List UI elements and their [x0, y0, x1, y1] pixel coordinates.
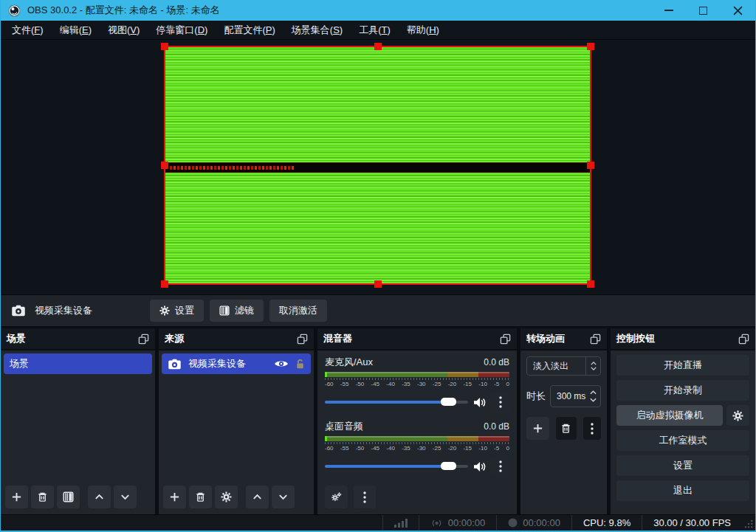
volume-slider-knob[interactable] — [441, 462, 456, 470]
menu-item-edit[interactable]: 编辑(E) — [52, 24, 100, 37]
visibility-eye-icon[interactable] — [274, 359, 289, 368]
db-tick-label: -10 — [478, 445, 487, 452]
scene-list-item[interactable]: 场景 — [4, 353, 152, 374]
menu-item-docks[interactable]: 停靠窗口(D) — [148, 24, 216, 37]
advanced-audio-button[interactable] — [325, 486, 348, 508]
source-list-item[interactable]: 视频采集设备 — [162, 353, 311, 374]
popout-icon[interactable] — [138, 334, 149, 345]
sources-panel: 来源 视频采集设备 — [159, 328, 314, 514]
cpu-usage-value: CPU: 9.8% — [583, 517, 630, 528]
preview-canvas[interactable] — [1, 40, 755, 294]
kebab-icon — [363, 491, 366, 503]
illegible-overlay-text — [170, 166, 294, 170]
source-move-down-button[interactable] — [272, 486, 295, 508]
resize-handle-top-center[interactable] — [374, 43, 382, 50]
source-deactivate-button[interactable]: 取消激活 — [269, 300, 327, 322]
fps-indicator: 30.00 / 30.00 FPS — [642, 515, 742, 531]
transitions-panel-title: 转场动画 — [526, 332, 565, 345]
chevron-up-icon — [591, 362, 597, 365]
volume-slider[interactable] — [325, 401, 468, 404]
popout-icon[interactable] — [297, 334, 308, 345]
scene-filters-button[interactable] — [57, 486, 80, 508]
source-move-up-button[interactable] — [246, 486, 269, 508]
db-tick-label: -25 — [433, 381, 441, 387]
filter-icon — [219, 305, 230, 316]
resize-handle-mid-right[interactable] — [587, 162, 594, 169]
popout-icon[interactable] — [500, 334, 511, 345]
transition-select[interactable]: 淡入淡出 — [526, 356, 601, 376]
virtual-camera-config-button[interactable] — [726, 405, 749, 426]
menu-item-file[interactable]: 文件(F) — [4, 24, 52, 37]
speaker-icon[interactable] — [473, 397, 486, 408]
transitions-body: 淡入淡出 时长 300 ms — [520, 350, 607, 514]
channel-menu-button[interactable] — [491, 391, 509, 413]
title-bar: OBS 30.0.2 - 配置文件: 未命名 - 场景: 未命名 — [1, 0, 755, 21]
resize-handle-top-right[interactable] — [587, 43, 594, 50]
transition-menu-button[interactable] — [583, 417, 601, 440]
db-tick-label: 0 — [506, 445, 509, 452]
start-virtual-camera-button[interactable]: 启动虚拟摄像机 — [616, 405, 723, 426]
db-tick-label: -55 — [340, 381, 349, 387]
duration-spinbox[interactable]: 300 ms — [550, 385, 601, 407]
transitions-panel-header: 转场动画 — [520, 328, 607, 350]
add-scene-button[interactable] — [5, 486, 28, 508]
db-tick-label: -15 — [463, 381, 472, 387]
scene-move-up-button[interactable] — [88, 486, 111, 508]
start-recording-button[interactable]: 开始录制 — [616, 380, 749, 401]
sources-panel-header: 来源 — [159, 328, 314, 350]
db-tick-label: -40 — [386, 445, 395, 452]
start-streaming-button[interactable]: 开始直播 — [616, 355, 749, 376]
mixer-menu-button[interactable] — [354, 486, 376, 508]
kebab-icon — [499, 460, 502, 472]
settings-button[interactable]: 设置 — [616, 455, 749, 476]
close-button[interactable] — [721, 0, 755, 21]
broadcast-icon — [430, 519, 443, 528]
channel-name: 麦克风/Aux — [325, 356, 373, 369]
source-properties-button[interactable]: 设置 — [150, 300, 204, 322]
scene-move-down-button[interactable] — [114, 486, 137, 508]
remove-source-button[interactable] — [189, 486, 212, 508]
mixer-channel-desktop: 桌面音频 0.0 dB -60-55-50-45-40-35-30-25-20-… — [325, 420, 509, 477]
sources-toolbar — [162, 483, 311, 511]
source-properties-tool-button[interactable] — [215, 486, 238, 508]
popout-icon[interactable] — [738, 334, 749, 345]
menu-item-scene-collection[interactable]: 场景集合(S) — [284, 24, 351, 37]
volume-meter — [325, 372, 509, 377]
transitions-toolbar — [526, 417, 601, 440]
meter-tickmarks — [325, 442, 509, 444]
add-transition-button[interactable] — [526, 417, 549, 440]
preview-source[interactable] — [164, 46, 591, 285]
menu-item-view[interactable]: 视图(V) — [100, 24, 148, 37]
popout-icon[interactable] — [590, 334, 601, 345]
remove-transition-button[interactable] — [556, 417, 577, 440]
source-filters-button[interactable]: 滤镜 — [210, 300, 264, 322]
db-tick-label: -5 — [494, 381, 499, 387]
db-tick-label: -50 — [356, 381, 365, 387]
exit-button[interactable]: 退出 — [616, 480, 749, 501]
resize-handle-top-left[interactable] — [161, 43, 168, 50]
minimize-button[interactable] — [651, 0, 686, 21]
resize-handle-mid-left[interactable] — [161, 162, 168, 169]
combo-spinner[interactable] — [585, 357, 600, 375]
db-tick-label: -45 — [371, 445, 379, 452]
resize-handle-bottom-left[interactable] — [161, 280, 168, 288]
menu-item-profile[interactable]: 配置文件(P) — [216, 24, 283, 37]
fps-value: 30.00 / 30.00 FPS — [653, 517, 731, 528]
video-field-bottom — [165, 173, 590, 283]
resize-handle-bottom-right[interactable] — [587, 280, 594, 288]
studio-mode-button[interactable]: 工作室模式 — [616, 430, 749, 451]
volume-slider-knob[interactable] — [441, 398, 456, 406]
channel-menu-button[interactable] — [491, 455, 509, 477]
maximize-button[interactable] — [686, 0, 721, 21]
resize-handle-bottom-center[interactable] — [374, 280, 382, 288]
speaker-icon[interactable] — [473, 461, 486, 472]
add-source-button[interactable] — [163, 486, 186, 508]
mixer-channel-mic: 麦克风/Aux 0.0 dB -60-55-50-45-40-35-30-25-… — [325, 356, 509, 413]
menu-item-help[interactable]: 帮助(H) — [399, 24, 447, 37]
menu-item-tools[interactable]: 工具(T) — [351, 24, 399, 37]
spinbox-arrows[interactable] — [590, 390, 600, 402]
volume-slider[interactable] — [325, 465, 468, 468]
resize-grip[interactable] — [742, 515, 755, 531]
remove-scene-button[interactable] — [31, 486, 54, 508]
lock-icon[interactable] — [295, 359, 305, 370]
